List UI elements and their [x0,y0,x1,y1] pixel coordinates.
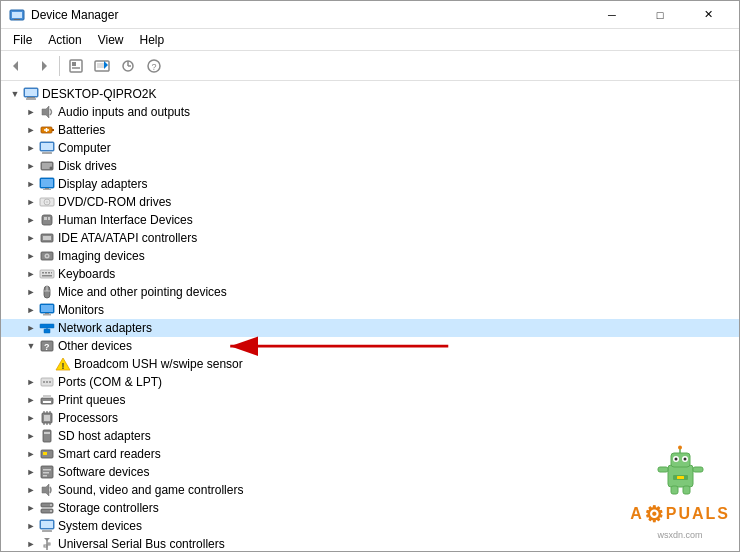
network-expander[interactable]: ► [23,320,39,336]
maximize-button[interactable]: □ [637,1,683,29]
ide-expander[interactable]: ► [23,230,39,246]
properties-button[interactable] [64,54,88,78]
storage-expander[interactable]: ► [23,500,39,516]
smartcard-expander[interactable]: ► [23,446,39,462]
svg-point-91 [50,504,52,506]
help-button[interactable]: ? [142,54,166,78]
software-expander[interactable]: ► [23,464,39,480]
tree-item-software[interactable]: ► Software devices [1,463,739,481]
minimize-button[interactable]: ─ [589,1,635,29]
disk-expander[interactable]: ► [23,158,39,174]
other-icon: ? [39,338,55,354]
svg-rect-87 [43,475,47,477]
audio-expander[interactable]: ► [23,104,39,120]
toolbar-sep-1 [59,56,60,76]
disk-label: Disk drives [58,160,117,172]
sound-expander[interactable]: ► [23,482,39,498]
keyboards-label: Keyboards [58,268,115,280]
tree-item-sound[interactable]: ► Sound, video and game controllers [1,481,739,499]
close-button[interactable]: ✕ [685,1,731,29]
tree-item-smartcard[interactable]: ► Smart card readers [1,445,739,463]
display-icon [39,176,55,192]
ports-expander[interactable]: ► [23,374,39,390]
tree-item-print[interactable]: ► Print queues [1,391,739,409]
root-expander[interactable]: ▼ [7,86,23,102]
processors-expander[interactable]: ► [23,410,39,426]
tree-item-other[interactable]: ▼ ? Other devices [1,337,739,355]
computer-icon [23,86,39,102]
tree-item-system[interactable]: ► System devices [1,517,739,535]
tree-item-imaging[interactable]: ► Imaging devices [1,247,739,265]
hid-expander[interactable]: ► [23,212,39,228]
root-label: DESKTOP-QIPRO2K [42,88,156,100]
tree-item-keyboards[interactable]: ► Keyboards [1,265,739,283]
system-label: System devices [58,520,142,532]
menu-help[interactable]: Help [132,29,173,51]
usb-expander[interactable]: ► [23,536,39,551]
svg-point-68 [49,381,51,383]
scan-button[interactable] [116,54,140,78]
window-title: Device Manager [31,8,589,22]
menu-file[interactable]: File [5,29,40,51]
batteries-expander[interactable]: ► [23,122,39,138]
back-button[interactable] [5,54,29,78]
svg-rect-34 [43,189,51,190]
svg-rect-9 [97,63,105,68]
tree-item-storage[interactable]: ► Storage controllers [1,499,739,517]
tree-item-ports[interactable]: ► Ports (COM & LPT) [1,373,739,391]
monitors-expander[interactable]: ► [23,302,39,318]
other-expander[interactable]: ▼ [23,338,39,354]
display-expander[interactable]: ► [23,176,39,192]
svg-point-67 [46,381,48,383]
sdhost-expander[interactable]: ► [23,428,39,444]
tree-item-hid[interactable]: ► Human Interface Devices [1,211,739,229]
imaging-expander[interactable]: ► [23,248,39,264]
print-expander[interactable]: ► [23,392,39,408]
tree-item-display[interactable]: ► Display adapters [1,175,739,193]
tree-item-dvd[interactable]: ► DVD/CD-ROM drives [1,193,739,211]
system-expander[interactable]: ► [23,518,39,534]
svg-rect-99 [48,543,50,545]
svg-rect-18 [27,97,35,98]
svg-point-66 [43,381,45,383]
svg-rect-57 [43,314,51,316]
hid-label: Human Interface Devices [58,214,193,226]
tree-item-batteries[interactable]: ► Batteries [1,121,739,139]
svg-rect-46 [40,270,54,278]
tree-item-mice[interactable]: ► Mice and other pointing devices [1,283,739,301]
svg-point-92 [50,510,52,512]
window-icon [9,7,25,23]
svg-point-45 [46,255,48,257]
dvd-expander[interactable]: ► [23,194,39,210]
device-tree[interactable]: ▼ DESKTOP-QIPRO2K ► [1,81,739,551]
keyboards-expander[interactable]: ► [23,266,39,282]
svg-rect-83 [43,452,47,455]
usb-label: Universal Serial Bus controllers [58,538,225,550]
tree-item-audio[interactable]: ► Audio inputs and outputs [1,103,739,121]
tree-item-computer[interactable]: ► Computer [1,139,739,157]
tree-root[interactable]: ▼ DESKTOP-QIPRO2K [1,85,739,103]
tree-item-monitors[interactable]: ► Monitors [1,301,739,319]
tree-item-disk[interactable]: ► Disk drives [1,157,739,175]
tree-item-sdhost[interactable]: ► SD host adapters [1,427,739,445]
tree-item-usb[interactable]: ► Universal Serial Bus controllers [1,535,739,551]
software-label: Software devices [58,466,149,478]
imaging-icon [39,248,55,264]
forward-button[interactable] [31,54,55,78]
tree-item-ide[interactable]: ► IDE ATA/ATAPI controllers [1,229,739,247]
svg-text:?: ? [152,62,157,72]
tree-item-processors[interactable]: ► Processors [1,409,739,427]
menu-view[interactable]: View [90,29,132,51]
computer-expander[interactable]: ► [23,140,39,156]
mice-expander[interactable]: ► [23,284,39,300]
sdhost-label: SD host adapters [58,430,151,442]
menu-action[interactable]: Action [40,29,89,51]
sound-label: Sound, video and game controllers [58,484,243,496]
tree-item-network[interactable]: ► Network adapters [1,319,739,337]
display-label: Display adapters [58,178,147,190]
dvd-label: DVD/CD-ROM drives [58,196,171,208]
svg-rect-2 [14,19,20,20]
smartcard-label: Smart card readers [58,448,161,460]
tree-item-broadcom[interactable]: ► ! Broadcom USH w/swipe sensor [1,355,739,373]
update-driver-button[interactable] [90,54,114,78]
